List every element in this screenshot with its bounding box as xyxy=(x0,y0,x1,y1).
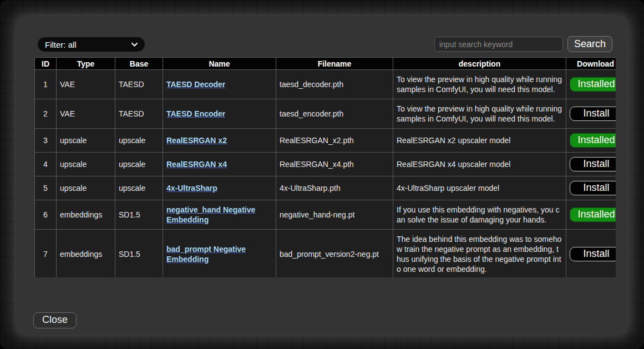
table-row: 2 VAE TAESD TAESD Encoder taesd_encoder.… xyxy=(35,99,616,129)
cell-description: To view the preview in high quality whil… xyxy=(393,99,566,129)
cell-name: bad_prompt Negative Embedding xyxy=(163,230,276,278)
cell-id: 6 xyxy=(35,200,57,230)
cell-id: 4 xyxy=(35,153,57,176)
cell-filename: negative_hand-neg.pt xyxy=(276,200,393,230)
cell-type: VAE xyxy=(57,70,115,99)
cell-download: Install xyxy=(566,153,616,176)
cell-id: 1 xyxy=(35,70,57,99)
filter-dropdown-value: Filter: all xyxy=(45,40,77,49)
cell-base: TAESD xyxy=(115,99,163,129)
install-button[interactable]: Install xyxy=(570,181,616,195)
column-header-type: Type xyxy=(57,58,115,70)
cell-base: SD1.5 xyxy=(115,200,163,230)
column-header-name: Name xyxy=(163,58,276,70)
cell-name: TAESD Encoder xyxy=(163,99,276,129)
model-table-body: 1 VAE TAESD TAESD Decoder taesd_decoder.… xyxy=(35,70,616,278)
model-name-link[interactable]: TAESD Encoder xyxy=(166,109,225,118)
column-header-description: description xyxy=(393,58,566,70)
chevron-down-icon xyxy=(131,43,138,47)
cell-base: TAESD xyxy=(115,70,163,99)
cell-base: upscale xyxy=(115,129,163,153)
table-row: 6 embeddings SD1.5 negative_hand Negativ… xyxy=(35,200,616,230)
model-manager-dialog: Filter: all Search IDTypeBaseNameFilenam… xyxy=(17,17,628,335)
cell-id: 3 xyxy=(35,129,57,153)
cell-base: SD1.5 xyxy=(115,230,163,278)
search-bar: Search xyxy=(434,36,612,52)
table-header-row: IDTypeBaseNameFilenamedescriptionDownloa… xyxy=(35,58,616,70)
cell-type: embeddings xyxy=(57,200,115,230)
search-input[interactable] xyxy=(434,37,563,52)
cell-description: The idea behind this embedding was to so… xyxy=(393,230,566,278)
cell-name: negative_hand Negative Embedding xyxy=(163,200,276,230)
install-button[interactable]: Installed xyxy=(570,77,616,92)
cell-description: 4x-UltraSharp upscaler model xyxy=(393,176,566,200)
cell-name: 4x-UltraSharp xyxy=(163,176,276,200)
cell-description: RealESRGAN x2 upscaler model xyxy=(393,129,566,153)
column-header-action: Download xyxy=(566,58,616,70)
model-name-link[interactable]: RealESRGAN x2 xyxy=(166,136,227,145)
cell-type: embeddings xyxy=(57,230,115,278)
model-name-link[interactable]: 4x-UltraSharp xyxy=(166,184,217,193)
cell-download: Install xyxy=(566,99,616,129)
install-button[interactable]: Install xyxy=(570,247,616,261)
table-row: 4 upscale upscale RealESRGAN x4 RealESRG… xyxy=(35,153,616,176)
install-button[interactable]: Install xyxy=(570,107,616,121)
cell-download: Installed xyxy=(566,70,616,99)
cell-description: If you use this embedding with negatives… xyxy=(393,200,566,230)
filter-dropdown[interactable]: Filter: all xyxy=(38,37,145,52)
cell-type: VAE xyxy=(57,99,115,129)
cell-id: 5 xyxy=(35,176,57,200)
cell-download: Installed xyxy=(566,200,616,230)
cell-filename: bad_prompt_version2-neg.pt xyxy=(276,230,393,278)
cell-name: RealESRGAN x4 xyxy=(163,153,276,176)
cell-filename: 4x-UltraSharp.pth xyxy=(276,176,393,200)
column-header-id: ID xyxy=(35,58,57,70)
column-header-base: Base xyxy=(115,58,163,70)
model-name-link[interactable]: RealESRGAN x4 xyxy=(166,160,227,169)
cell-description: RealESRGAN x4 upscaler model xyxy=(393,153,566,176)
close-button[interactable]: Close xyxy=(33,312,77,328)
model-table: IDTypeBaseNameFilenamedescriptionDownloa… xyxy=(34,57,616,277)
model-table-container: IDTypeBaseNameFilenamedescriptionDownloa… xyxy=(34,57,616,277)
cell-filename: RealESRGAN_x2.pth xyxy=(276,129,393,153)
cell-id: 7 xyxy=(35,230,57,278)
column-header-filename: Filename xyxy=(276,58,393,70)
cell-type: upscale xyxy=(57,153,115,176)
cell-type: upscale xyxy=(57,129,115,153)
cell-download: Installed xyxy=(566,129,616,153)
cell-description: To view the preview in high quality whil… xyxy=(393,70,566,99)
cell-base: upscale xyxy=(115,176,163,200)
cell-filename: taesd_encoder.pth xyxy=(276,99,393,129)
cell-base: upscale xyxy=(115,153,163,176)
model-name-link[interactable]: negative_hand Negative Embedding xyxy=(166,205,255,224)
table-row: 3 upscale upscale RealESRGAN x2 RealESRG… xyxy=(35,129,616,153)
model-name-link[interactable]: TAESD Decoder xyxy=(166,80,225,89)
cell-filename: taesd_decoder.pth xyxy=(276,70,393,99)
cell-download: Install xyxy=(566,230,616,278)
install-button[interactable]: Installed xyxy=(570,208,616,222)
cell-name: RealESRGAN x2 xyxy=(163,129,276,153)
cell-download: Install xyxy=(566,176,616,200)
cell-type: upscale xyxy=(57,176,115,200)
search-button[interactable]: Search xyxy=(567,36,612,52)
table-row: 7 embeddings SD1.5 bad_prompt Negative E… xyxy=(35,230,616,278)
table-row: 5 upscale upscale 4x-UltraSharp 4x-Ultra… xyxy=(35,176,616,200)
model-name-link[interactable]: bad_prompt Negative Embedding xyxy=(166,245,246,264)
cell-filename: RealESRGAN_x4.pth xyxy=(276,153,393,176)
cell-id: 2 xyxy=(35,99,57,129)
install-button[interactable]: Installed xyxy=(570,133,616,148)
install-button[interactable]: Install xyxy=(570,157,616,171)
cell-name: TAESD Decoder xyxy=(163,70,276,99)
comfyui-canvas: Filter: all Search IDTypeBaseNameFilenam… xyxy=(0,0,644,349)
table-row: 1 VAE TAESD TAESD Decoder taesd_decoder.… xyxy=(35,70,616,99)
